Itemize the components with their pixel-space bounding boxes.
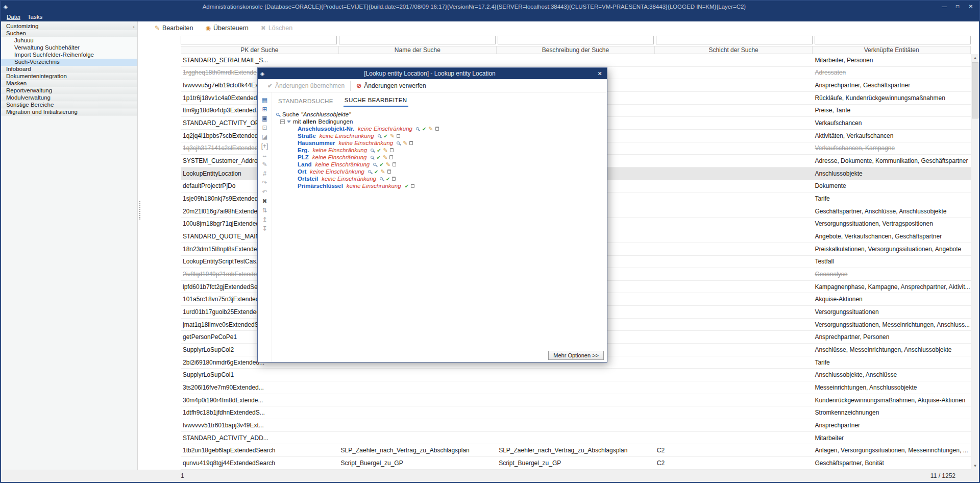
collapse-expander-icon[interactable] xyxy=(280,119,285,124)
sidebar-item-migration-und-initialisierung[interactable]: Migration und Initialisierung xyxy=(1,109,137,116)
trash-icon[interactable] xyxy=(393,162,396,166)
search-icon[interactable] xyxy=(371,149,374,152)
search-icon[interactable] xyxy=(380,177,383,180)
column-filter-input[interactable] xyxy=(181,36,337,44)
sidebar-item-import-suchfelder-reihenfolge[interactable]: Import Suchfelder-Reihenfolge xyxy=(1,52,137,59)
check-icon[interactable] xyxy=(422,126,426,132)
condition-ortsteil[interactable]: Ortsteil keine Einschränkung xyxy=(275,175,607,182)
check-icon[interactable] xyxy=(386,176,390,182)
pencil-icon[interactable] xyxy=(403,140,407,147)
edit-icon[interactable]: ✎ xyxy=(262,161,267,168)
pencil-icon[interactable] xyxy=(390,133,395,139)
column-header[interactable]: Beschreibung der Suche xyxy=(497,46,655,54)
check-icon[interactable] xyxy=(377,147,381,153)
search-icon[interactable] xyxy=(373,163,376,166)
sidebar-item-juhuuu[interactable]: Juhuuu xyxy=(1,37,137,44)
trash-icon[interactable] xyxy=(397,134,400,138)
apply-changes-button[interactable]: ✔ Änderungen übernehmen xyxy=(262,81,350,91)
close-button[interactable]: ✕ xyxy=(965,3,977,11)
row-30m4p0i190r4fm8dextende[interactable]: 30m4p0i190r4fm8dExtende... Kundenrückgew… xyxy=(181,394,971,407)
pencil-icon[interactable] xyxy=(428,126,433,132)
trash-icon[interactable] xyxy=(411,184,414,188)
column-filter-input[interactable] xyxy=(498,36,654,44)
sidebar-item-such-verzeichnis[interactable]: Such-Verzeichnis xyxy=(1,59,137,66)
condition-hausnummer[interactable]: Hausnummer keine Einschränkung xyxy=(275,139,607,147)
trash-icon[interactable] xyxy=(387,170,391,174)
row-supplyrlosupcol1[interactable]: SupplyrLoSupCol1 Anschlussobjekte, Ansch… xyxy=(181,369,971,381)
row-standard-serialmail-s[interactable]: STANDARD_SERIALMAIL_S... Mitarbeiter, Pe… xyxy=(181,54,971,67)
pencil-icon[interactable] xyxy=(380,168,385,175)
sidebar-item-masken[interactable]: Masken xyxy=(1,80,137,87)
row-fvwvvvv51tr601bapj3v49ext[interactable]: fvwvvvv51tr601bapj3v49Ext... Ansprechpar… xyxy=(181,419,971,432)
search-icon[interactable] xyxy=(371,156,374,159)
pencil-icon[interactable] xyxy=(383,147,388,154)
sidebar-item-dokumentenintegration[interactable]: Dokumentenintegration xyxy=(1,73,137,80)
trash-icon[interactable] xyxy=(392,177,396,181)
check-icon[interactable] xyxy=(374,168,378,175)
row-1tb2uri18geb6lapextendedsearch[interactable]: 1tb2uri18geb6lapExtendedSearch SLP_Zaehl… xyxy=(181,444,971,457)
condition-stra-e[interactable]: Straße keine Einschränkung xyxy=(275,132,607,139)
sidebar-collapse-icon[interactable]: ‹ xyxy=(133,23,135,30)
column-filter-input[interactable] xyxy=(815,36,971,44)
pencil-icon[interactable] xyxy=(383,154,387,161)
trash-icon[interactable] xyxy=(435,127,439,131)
discard-changes-button[interactable]: ⊘ Änderungen verwerfen xyxy=(350,81,431,91)
row-3ts206l16fve7m90extended[interactable]: 3ts206l16fve7m90Extended... Messeinricht… xyxy=(181,381,971,394)
save-icon[interactable]: ▣ xyxy=(262,115,267,122)
reorder-icon[interactable]: ⇅ xyxy=(262,207,267,214)
scroll-up-icon[interactable] xyxy=(971,54,979,62)
search-icon[interactable] xyxy=(368,170,371,173)
table-icon[interactable]: ▦ xyxy=(262,96,267,104)
grid-icon[interactable]: # xyxy=(263,170,266,177)
insert-field-icon[interactable]: [+] xyxy=(261,142,268,150)
move-up-icon[interactable]: ↥ xyxy=(262,216,267,223)
column-filter-input[interactable] xyxy=(339,36,495,44)
sidebar-item-reportverwaltung[interactable]: Reportverwaltung xyxy=(1,87,137,94)
vertical-scrollbar[interactable] xyxy=(971,54,979,470)
condition-erg[interactable]: Erg. keine Einschränkung xyxy=(275,147,607,154)
scrollbar-thumb[interactable] xyxy=(972,62,978,118)
search-icon[interactable] xyxy=(378,134,381,137)
table-add-icon[interactable]: ⊞ xyxy=(262,106,267,113)
move-down-icon[interactable]: ↧ xyxy=(262,225,267,232)
redo-icon[interactable]: ↷ xyxy=(262,179,267,186)
condition-plz[interactable]: PLZ keine Einschränkung xyxy=(275,154,607,161)
dialog-close-button[interactable]: ✕ xyxy=(593,70,607,77)
search-icon[interactable] xyxy=(416,127,419,130)
column-header[interactable]: Name der Suche xyxy=(339,46,497,54)
sidebar-item-modulverwaltung[interactable]: Modulverwaltung xyxy=(1,94,137,102)
scroll-down-icon[interactable] xyxy=(971,462,979,470)
delete-icon[interactable]: ✖ xyxy=(262,198,267,205)
more-options-button[interactable]: Mehr Optionen >> xyxy=(548,351,604,360)
pencil-icon[interactable] xyxy=(386,161,390,168)
trash-icon[interactable] xyxy=(390,148,394,152)
check-icon[interactable] xyxy=(379,161,383,167)
split-view-icon[interactable]: ◪ xyxy=(262,133,267,140)
minimize-button[interactable]: — xyxy=(938,3,950,11)
check-icon[interactable] xyxy=(405,183,409,189)
menu-datei[interactable]: Datei xyxy=(3,12,24,21)
sidebar-item-verwaltung-suchbeh-lter[interactable]: Verwaltung Suchbehälter xyxy=(1,44,137,52)
edit-button[interactable]: ✎ Bearbeiten xyxy=(150,23,198,33)
maximize-button[interactable]: □ xyxy=(951,3,964,11)
override-button[interactable]: ◉ Übersteuern xyxy=(201,23,253,33)
trash-icon[interactable] xyxy=(409,141,413,145)
column-header[interactable]: PK der Suche xyxy=(181,46,339,54)
delete-button[interactable]: ✖ Löschen xyxy=(256,23,297,33)
swap-icon[interactable]: ↔ xyxy=(262,152,268,159)
condition-prim-rschl-ssel[interactable]: Primärschlüssel keine Einschränkung xyxy=(275,182,607,189)
column-header[interactable]: Verknüpfte Entitäten xyxy=(813,46,971,54)
tree-group-row[interactable]: mit allen Bedingungen xyxy=(275,118,607,125)
sidebar-item-customizing[interactable]: Customizing xyxy=(1,23,137,30)
column-header[interactable]: Schicht der Suche xyxy=(655,46,813,54)
splitter[interactable] xyxy=(138,21,142,470)
trash-icon[interactable] xyxy=(389,155,393,159)
row-standard-activity-add[interactable]: STANDARD_ACTIVITY_ADD... Mitarbeiter xyxy=(181,432,971,445)
condition-ort[interactable]: Ort keine Einschränkung xyxy=(275,168,607,175)
export-icon[interactable]: ⊡ xyxy=(262,124,267,131)
column-filter-input[interactable] xyxy=(656,36,812,44)
sidebar-item-suchen[interactable]: Suchen xyxy=(1,30,137,37)
search-icon[interactable] xyxy=(397,141,400,144)
row-1dtfh9c18b1jfdhnextendeds[interactable]: 1dtfh9c18b1jfdhnExtendedS... Stromkennze… xyxy=(181,406,971,419)
condition-anschlussobjekt-nr[interactable]: Anschlussobjekt-Nr. keine Einschränkung xyxy=(275,125,607,132)
